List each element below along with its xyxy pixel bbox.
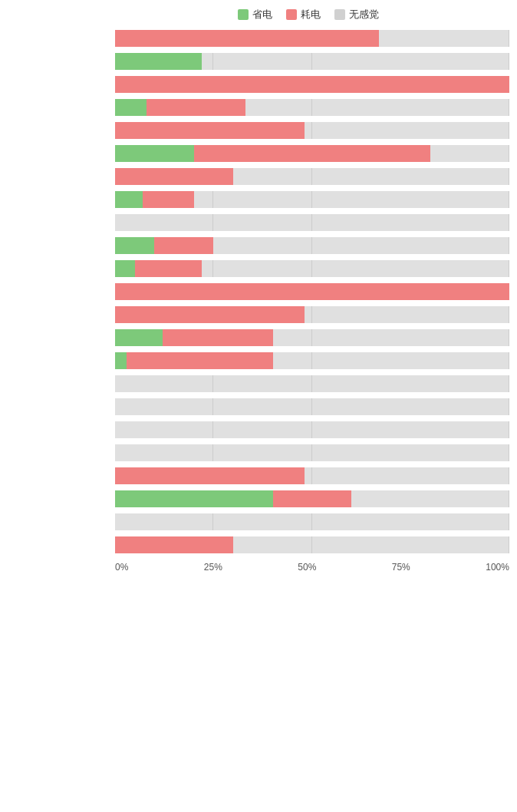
chart-area: iPhone 11iPhone 11 ProiPhone 11 Pro Maxi…	[8, 28, 509, 556]
legend-color-dot	[238, 9, 249, 20]
bar-wrapper	[115, 306, 509, 323]
bar-row: iPhone SE 第2代	[115, 419, 509, 441]
bar-pink-segment	[115, 536, 233, 553]
bar-wrapper	[115, 237, 509, 254]
x-axis-tick: 50%	[298, 562, 316, 573]
bar-row: iPhone 12 Pro Max	[115, 166, 509, 187]
bar-row: iPhone 11 Pro	[115, 51, 509, 72]
legend-color-dot	[286, 9, 297, 20]
bar-green-segment	[115, 99, 147, 116]
bar-wrapper	[115, 490, 509, 507]
rows-container: iPhone 11iPhone 11 ProiPhone 11 Pro Maxi…	[115, 28, 509, 556]
bar-row: iPhone 13 Pro	[115, 235, 509, 256]
bar-pink-segment	[115, 306, 305, 323]
bar-row: iPhone 12 mini	[115, 120, 509, 141]
bar-row: iPhone 14 Pro	[115, 327, 509, 348]
bar-pink-segment	[115, 168, 233, 185]
legend-label: 耗电	[301, 8, 321, 21]
bar-row: iPhone 13 mini	[115, 212, 509, 233]
bar-pink-segment	[127, 352, 272, 369]
bar-row: iPhone 13 Pro Max	[115, 258, 509, 279]
bar-pink-segment	[135, 260, 202, 277]
bar-wrapper	[115, 168, 509, 185]
bar-row: iPhone 11 Pro Max	[115, 74, 509, 95]
bar-row: iPhone 8	[115, 373, 509, 394]
bar-pink-segment	[194, 145, 430, 162]
x-axis-tick: 0%	[115, 562, 128, 573]
bar-wrapper	[115, 53, 509, 70]
legend-item: 省电	[238, 8, 272, 21]
bar-pink-segment	[115, 122, 305, 139]
bar-row: iPhone 11	[115, 28, 509, 49]
legend-label: 省电	[252, 8, 272, 21]
bar-wrapper	[115, 398, 509, 415]
bar-wrapper	[115, 214, 509, 231]
x-axis-tick: 75%	[392, 562, 410, 573]
bar-wrapper	[115, 513, 509, 530]
bar-wrapper	[115, 76, 509, 93]
x-axis-tick: 100%	[486, 562, 509, 573]
bar-wrapper	[115, 30, 509, 47]
bar-green-segment	[115, 53, 202, 70]
bar-pink-segment	[115, 467, 305, 484]
legend-color-dot	[334, 9, 345, 20]
bar-row: iPhone 8 Plus	[115, 396, 509, 418]
bar-green-segment	[115, 237, 154, 254]
chart-container: 省电耗电无感觉 iPhone 11iPhone 11 ProiPhone 11 …	[8, 8, 509, 573]
bar-wrapper	[115, 145, 509, 162]
bar-row: iPhone XS Max	[115, 534, 509, 556]
bar-row: iPhone 12	[115, 97, 509, 118]
bar-pink-segment	[273, 490, 352, 507]
bar-wrapper	[115, 122, 509, 139]
bar-pink-segment	[115, 76, 509, 93]
bar-green-segment	[115, 329, 163, 346]
bar-pink-segment	[147, 99, 245, 116]
bar-row: iPhone X	[115, 465, 509, 487]
bar-row: iPhone XR	[115, 488, 509, 510]
bar-green-segment	[115, 352, 127, 369]
legend-item: 无感觉	[334, 8, 379, 21]
bar-green-segment	[115, 145, 194, 162]
legend: 省电耗电无感觉	[8, 8, 509, 21]
bar-green-segment	[115, 490, 273, 507]
x-axis: 0%25%50%75%100%	[8, 557, 509, 573]
bar-wrapper	[115, 467, 509, 484]
bar-green-segment	[115, 191, 143, 208]
bar-wrapper	[115, 260, 509, 277]
bar-row: iPhone 14 Pro Max	[115, 350, 509, 371]
bar-wrapper	[115, 444, 509, 461]
bar-pink-segment	[163, 329, 273, 346]
bar-row: iPhone 13	[115, 189, 509, 210]
bar-wrapper	[115, 352, 509, 369]
bar-row: iPhone 14	[115, 281, 509, 302]
bar-pink-segment	[143, 191, 194, 208]
bar-wrapper	[115, 99, 509, 116]
bar-wrapper	[115, 536, 509, 553]
bar-pink-segment	[154, 237, 213, 254]
legend-item: 耗电	[286, 8, 321, 21]
bar-pink-segment	[115, 30, 379, 47]
bar-row: iPhone 12 Pro	[115, 143, 509, 164]
bar-wrapper	[115, 421, 509, 438]
bar-wrapper	[115, 329, 509, 346]
legend-label: 无感觉	[349, 8, 379, 21]
bar-wrapper	[115, 283, 509, 300]
bar-pink-segment	[115, 283, 509, 300]
bar-green-segment	[115, 260, 135, 277]
bar-wrapper	[115, 375, 509, 392]
bar-row: iPhone SE 第3代	[115, 442, 509, 464]
bar-wrapper	[115, 191, 509, 208]
bar-row: iPhone 14 Plus	[115, 304, 509, 325]
x-axis-tick: 25%	[204, 562, 222, 573]
bar-row: iPhone XS	[115, 511, 509, 533]
